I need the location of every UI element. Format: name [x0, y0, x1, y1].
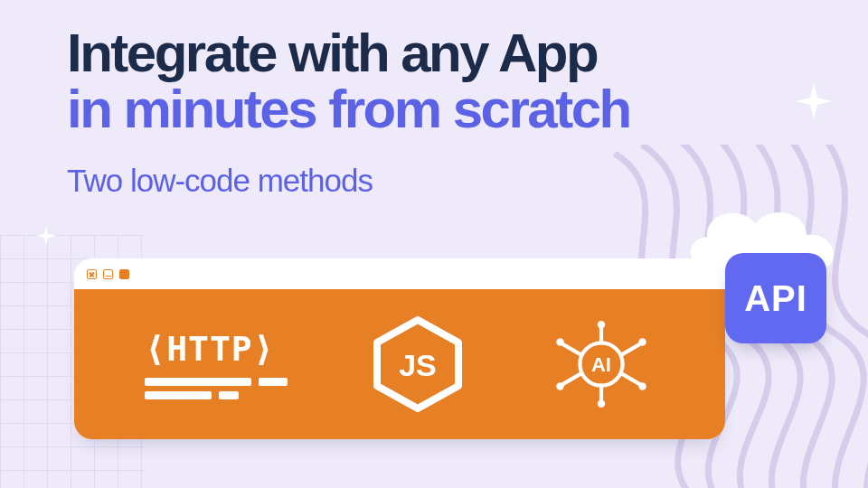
window-chrome	[74, 258, 725, 289]
ai-label: AI	[591, 353, 611, 376]
js-label: JS	[399, 348, 437, 382]
headline-block: Integrate with any App in minutes from s…	[67, 25, 832, 199]
nodejs-icon: JS	[368, 314, 467, 414]
http-label: HTTP	[166, 329, 253, 369]
subtitle: Two low-code methods	[67, 163, 832, 199]
svg-point-4	[556, 338, 563, 345]
svg-point-6	[638, 338, 646, 345]
window-close-icon	[87, 269, 97, 279]
methods-card: ⟨HTTP⟩ JS AI	[74, 258, 725, 439]
http-lines-icon	[145, 378, 288, 399]
sparkle-icon	[36, 226, 56, 246]
ai-icon: AI	[548, 317, 655, 411]
svg-point-2	[597, 321, 604, 328]
title-line-2: in minutes from scratch	[67, 79, 630, 139]
window-maximize-icon	[119, 269, 129, 279]
title-line-1: Integrate with any App	[67, 23, 597, 83]
svg-point-3	[597, 400, 604, 408]
card-body: ⟨HTTP⟩ JS AI	[74, 289, 725, 439]
http-icon: ⟨HTTP⟩	[145, 329, 288, 399]
api-badge-label: API	[744, 278, 807, 319]
svg-point-7	[638, 382, 646, 389]
page-title: Integrate with any App in minutes from s…	[67, 25, 832, 137]
api-badge: API	[725, 253, 826, 343]
svg-point-5	[556, 382, 563, 389]
window-minimize-icon	[103, 269, 113, 279]
